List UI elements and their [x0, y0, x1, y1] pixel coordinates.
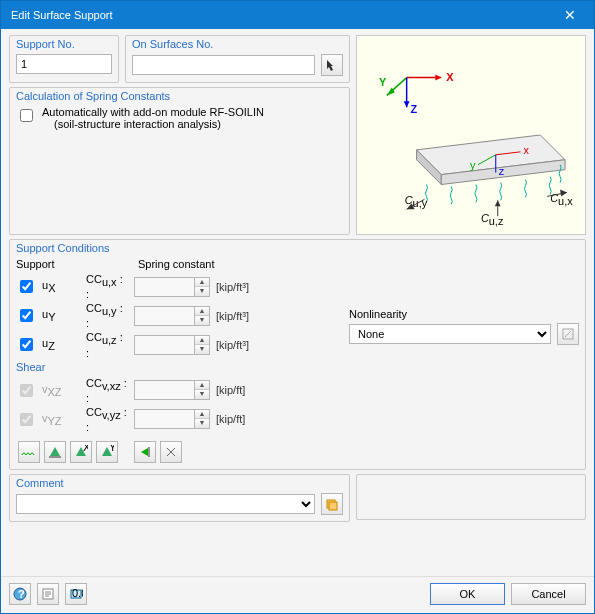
unit-label: [kip/ft³]: [216, 339, 249, 351]
rf-soilin-subtext: (soil-structure interaction analysis): [54, 118, 221, 130]
preset-green-icon[interactable]: [18, 441, 40, 463]
svg-marker-31: [50, 447, 60, 456]
svg-marker-27: [495, 200, 501, 206]
ok-button[interactable]: OK: [430, 583, 505, 605]
svg-text:C: C: [481, 212, 489, 224]
svg-rect-42: [329, 502, 337, 510]
spring-value-input[interactable]: [134, 380, 194, 400]
spring-value-input[interactable]: [134, 409, 194, 429]
svg-text:X: X: [446, 71, 454, 83]
comment-label: Comment: [16, 477, 343, 489]
dialog-footer: ? 0.00 OK Cancel: [1, 576, 594, 613]
svg-marker-1: [435, 75, 441, 81]
preview-panel: X Y Z x y z: [356, 35, 586, 235]
coefficient-label: CCu,z : :: [86, 331, 128, 358]
calc-spring-group: Calculation of Spring Constants Automati…: [9, 87, 350, 235]
empty-right-group: [356, 474, 586, 520]
help-icon[interactable]: ?: [9, 583, 31, 605]
condition-row: uZ CCu,z : : ▲▼ [kip/ft³]: [16, 331, 319, 358]
support-no-group: Support No.: [9, 35, 119, 83]
svg-text:y: y: [470, 159, 476, 171]
condition-checkbox: [20, 413, 33, 426]
spinner[interactable]: ▲▼: [194, 335, 210, 355]
preview-illustration: X Y Z x y z: [357, 36, 585, 234]
svg-text:x: x: [523, 144, 529, 156]
condition-checkbox[interactable]: [20, 309, 33, 322]
shear-header: Shear: [16, 361, 319, 373]
coefficient-label: CCv,xz : :: [86, 377, 128, 404]
condition-checkbox[interactable]: [20, 280, 33, 293]
spring-value-input[interactable]: [134, 335, 194, 355]
on-surfaces-group: On Surfaces No.: [125, 35, 350, 83]
condition-label: vYZ: [42, 412, 80, 427]
svg-text:u,x: u,x: [558, 195, 573, 207]
nonlinearity-label: Nonlinearity: [349, 308, 579, 320]
svg-text:X: X: [83, 445, 88, 453]
condition-row: vXZ CCv,xz : : ▲▼ [kip/ft]: [16, 377, 319, 404]
window-title: Edit Surface Support: [11, 9, 552, 21]
on-surfaces-label: On Surfaces No.: [132, 38, 343, 50]
condition-label: vXZ: [42, 383, 80, 398]
dialog-content: Support No. On Surfaces No.: [1, 29, 594, 576]
unit-label: [kip/ft³]: [216, 281, 249, 293]
units-icon[interactable]: 0.00: [65, 583, 87, 605]
condition-row: uY CCu,y : : ▲▼ [kip/ft³]: [16, 302, 319, 329]
condition-label: uZ: [42, 337, 80, 352]
comment-group: Comment: [9, 474, 350, 522]
condition-checkbox[interactable]: [20, 338, 33, 351]
comment-input[interactable]: [16, 494, 315, 514]
spinner[interactable]: ▲▼: [194, 277, 210, 297]
svg-text:0.00: 0.00: [72, 587, 83, 599]
spinner[interactable]: ▲▼: [194, 409, 210, 429]
preset-play-icon[interactable]: [134, 441, 156, 463]
condition-label: uY: [42, 308, 80, 323]
spring-header: Spring constant: [138, 258, 214, 270]
support-conditions-group: Support Conditions Support Spring consta…: [9, 239, 586, 470]
close-icon[interactable]: ✕: [552, 5, 588, 25]
comment-library-icon[interactable]: [321, 493, 343, 515]
svg-text:u,z: u,z: [489, 215, 504, 227]
calc-spring-label: Calculation of Spring Constants: [16, 90, 343, 102]
condition-row: vYZ CCv,yz : : ▲▼ [kip/ft]: [16, 406, 319, 433]
spinner[interactable]: ▲▼: [194, 380, 210, 400]
svg-text:z: z: [499, 165, 505, 177]
note-icon[interactable]: [37, 583, 59, 605]
svg-text:Y: Y: [109, 445, 114, 453]
support-no-input[interactable]: [16, 54, 112, 74]
titlebar: Edit Surface Support ✕: [1, 1, 594, 29]
cancel-button[interactable]: Cancel: [511, 583, 586, 605]
support-header: Support: [16, 258, 76, 270]
support-conditions-label: Support Conditions: [16, 242, 579, 254]
unit-label: [kip/ft]: [216, 413, 245, 425]
unit-label: [kip/ft³]: [216, 310, 249, 322]
svg-marker-37: [141, 448, 148, 456]
nonlinearity-edit-icon[interactable]: [557, 323, 579, 345]
svg-text:Y: Y: [379, 76, 387, 88]
svg-text:u,y: u,y: [413, 197, 428, 209]
coefficient-label: CCv,yz : :: [86, 406, 128, 433]
preset-pinned-x-icon[interactable]: X: [70, 441, 92, 463]
support-type-toolbar: X Y: [16, 441, 579, 463]
on-surfaces-input[interactable]: [132, 55, 315, 75]
spring-value-input[interactable]: [134, 277, 194, 297]
coefficient-label: CCu,y : :: [86, 302, 128, 329]
nonlinearity-select[interactable]: None: [349, 324, 551, 344]
condition-label: uX: [42, 279, 80, 294]
preset-clear-icon[interactable]: [160, 441, 182, 463]
spinner[interactable]: ▲▼: [194, 306, 210, 326]
window: Edit Surface Support ✕ Support No. On Su…: [0, 0, 595, 614]
condition-row: uX CCu,x : : ▲▼ [kip/ft³]: [16, 273, 319, 300]
unit-label: [kip/ft]: [216, 384, 245, 396]
preset-pinned-y-icon[interactable]: Y: [96, 441, 118, 463]
condition-checkbox: [20, 384, 33, 397]
coefficient-label: CCu,x : :: [86, 273, 128, 300]
rf-soilin-label: Automatically with add-on module RF-SOIL…: [42, 106, 264, 118]
spring-value-input[interactable]: [134, 306, 194, 326]
rf-soilin-checkbox[interactable]: [20, 109, 33, 122]
preset-fixed-icon[interactable]: [44, 441, 66, 463]
pick-surface-icon[interactable]: [321, 54, 343, 76]
svg-text:?: ?: [18, 588, 25, 600]
svg-marker-5: [404, 101, 410, 107]
svg-text:Z: Z: [411, 103, 418, 115]
support-no-label: Support No.: [16, 38, 112, 50]
